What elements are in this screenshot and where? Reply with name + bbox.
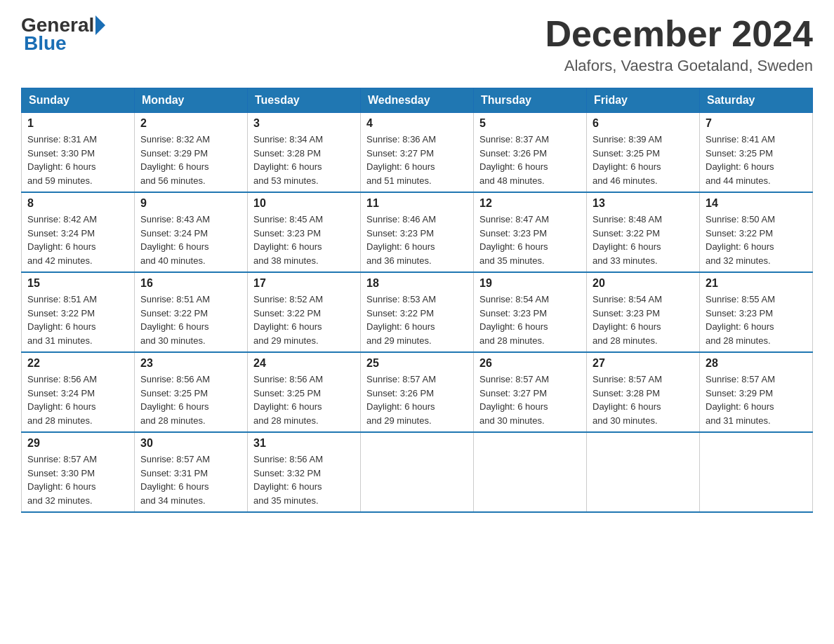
calendar-week-row: 8Sunrise: 8:42 AM Sunset: 3:24 PM Daylig…	[22, 192, 813, 272]
calendar-week-row: 15Sunrise: 8:51 AM Sunset: 3:22 PM Dayli…	[22, 272, 813, 352]
day-info: Sunrise: 8:31 AM Sunset: 3:30 PM Dayligh…	[27, 134, 97, 186]
weekday-header-tuesday: Tuesday	[248, 88, 361, 113]
day-number: 16	[140, 277, 241, 290]
day-number: 24	[253, 357, 355, 370]
calendar-cell: 13Sunrise: 8:48 AM Sunset: 3:22 PM Dayli…	[587, 192, 700, 272]
calendar-cell: 4Sunrise: 8:36 AM Sunset: 3:27 PM Daylig…	[361, 113, 474, 193]
day-number: 3	[253, 117, 355, 130]
day-number: 2	[140, 117, 241, 130]
day-number: 21	[706, 277, 807, 290]
day-info: Sunrise: 8:55 AM Sunset: 3:23 PM Dayligh…	[706, 294, 775, 346]
day-number: 22	[27, 357, 128, 370]
calendar-cell	[587, 432, 700, 512]
day-number: 6	[593, 117, 694, 130]
day-info: Sunrise: 8:45 AM Sunset: 3:23 PM Dayligh…	[253, 214, 323, 266]
day-info: Sunrise: 8:57 AM Sunset: 3:31 PM Dayligh…	[140, 454, 210, 506]
logo: General Blue	[21, 14, 107, 55]
calendar-cell: 5Sunrise: 8:37 AM Sunset: 3:26 PM Daylig…	[474, 113, 587, 193]
calendar-cell: 9Sunrise: 8:43 AM Sunset: 3:24 PM Daylig…	[135, 192, 248, 272]
day-number: 31	[253, 437, 355, 450]
day-number: 7	[706, 117, 807, 130]
day-number: 23	[140, 357, 241, 370]
calendar-cell: 12Sunrise: 8:47 AM Sunset: 3:23 PM Dayli…	[474, 192, 587, 272]
day-info: Sunrise: 8:41 AM Sunset: 3:25 PM Dayligh…	[706, 134, 775, 186]
day-info: Sunrise: 8:50 AM Sunset: 3:22 PM Dayligh…	[706, 214, 775, 266]
weekday-header-monday: Monday	[135, 88, 248, 113]
day-number: 8	[27, 197, 128, 210]
calendar-week-row: 1Sunrise: 8:31 AM Sunset: 3:30 PM Daylig…	[22, 113, 813, 193]
day-info: Sunrise: 8:57 AM Sunset: 3:28 PM Dayligh…	[593, 374, 662, 426]
day-info: Sunrise: 8:56 AM Sunset: 3:24 PM Dayligh…	[27, 374, 97, 426]
day-number: 29	[27, 437, 128, 450]
day-info: Sunrise: 8:47 AM Sunset: 3:23 PM Dayligh…	[479, 214, 549, 266]
day-number: 28	[706, 357, 807, 370]
day-number: 10	[253, 197, 355, 210]
day-info: Sunrise: 8:53 AM Sunset: 3:22 PM Dayligh…	[366, 294, 436, 346]
day-info: Sunrise: 8:46 AM Sunset: 3:23 PM Dayligh…	[366, 214, 436, 266]
calendar-cell: 14Sunrise: 8:50 AM Sunset: 3:22 PM Dayli…	[700, 192, 813, 272]
day-info: Sunrise: 8:39 AM Sunset: 3:25 PM Dayligh…	[593, 134, 662, 186]
day-info: Sunrise: 8:54 AM Sunset: 3:23 PM Dayligh…	[593, 294, 662, 346]
weekday-header-saturday: Saturday	[700, 88, 813, 113]
calendar-cell: 23Sunrise: 8:56 AM Sunset: 3:25 PM Dayli…	[135, 352, 248, 432]
day-info: Sunrise: 8:42 AM Sunset: 3:24 PM Dayligh…	[27, 214, 97, 266]
day-number: 18	[366, 277, 468, 290]
day-number: 4	[366, 117, 468, 130]
calendar-cell: 24Sunrise: 8:56 AM Sunset: 3:25 PM Dayli…	[248, 352, 361, 432]
calendar-cell: 20Sunrise: 8:54 AM Sunset: 3:23 PM Dayli…	[587, 272, 700, 352]
calendar-cell: 6Sunrise: 8:39 AM Sunset: 3:25 PM Daylig…	[587, 113, 700, 193]
calendar-cell: 25Sunrise: 8:57 AM Sunset: 3:26 PM Dayli…	[361, 352, 474, 432]
day-number: 26	[479, 357, 581, 370]
calendar-cell: 7Sunrise: 8:41 AM Sunset: 3:25 PM Daylig…	[700, 113, 813, 193]
calendar-week-row: 29Sunrise: 8:57 AM Sunset: 3:30 PM Dayli…	[22, 432, 813, 512]
calendar-cell: 15Sunrise: 8:51 AM Sunset: 3:22 PM Dayli…	[22, 272, 135, 352]
day-info: Sunrise: 8:43 AM Sunset: 3:24 PM Dayligh…	[140, 214, 210, 266]
day-number: 27	[593, 357, 694, 370]
calendar-cell	[474, 432, 587, 512]
calendar-cell	[361, 432, 474, 512]
day-info: Sunrise: 8:57 AM Sunset: 3:27 PM Dayligh…	[479, 374, 549, 426]
day-number: 30	[140, 437, 241, 450]
day-info: Sunrise: 8:32 AM Sunset: 3:29 PM Dayligh…	[140, 134, 210, 186]
calendar-cell: 31Sunrise: 8:56 AM Sunset: 3:32 PM Dayli…	[248, 432, 361, 512]
day-number: 5	[479, 117, 581, 130]
calendar-cell: 18Sunrise: 8:53 AM Sunset: 3:22 PM Dayli…	[361, 272, 474, 352]
day-number: 19	[479, 277, 581, 290]
day-info: Sunrise: 8:51 AM Sunset: 3:22 PM Dayligh…	[140, 294, 210, 346]
day-number: 12	[479, 197, 581, 210]
calendar-cell: 28Sunrise: 8:57 AM Sunset: 3:29 PM Dayli…	[700, 352, 813, 432]
calendar-cell: 11Sunrise: 8:46 AM Sunset: 3:23 PM Dayli…	[361, 192, 474, 272]
day-number: 11	[366, 197, 468, 210]
day-info: Sunrise: 8:57 AM Sunset: 3:30 PM Dayligh…	[27, 454, 97, 506]
day-number: 1	[27, 117, 128, 130]
calendar-cell: 16Sunrise: 8:51 AM Sunset: 3:22 PM Dayli…	[135, 272, 248, 352]
day-info: Sunrise: 8:37 AM Sunset: 3:26 PM Dayligh…	[479, 134, 549, 186]
calendar-week-row: 22Sunrise: 8:56 AM Sunset: 3:24 PM Dayli…	[22, 352, 813, 432]
day-number: 20	[593, 277, 694, 290]
month-title: December 2024	[545, 14, 813, 54]
weekday-header-wednesday: Wednesday	[361, 88, 474, 113]
calendar-cell: 2Sunrise: 8:32 AM Sunset: 3:29 PM Daylig…	[135, 113, 248, 193]
calendar-cell: 27Sunrise: 8:57 AM Sunset: 3:28 PM Dayli…	[587, 352, 700, 432]
day-number: 17	[253, 277, 355, 290]
calendar-cell: 26Sunrise: 8:57 AM Sunset: 3:27 PM Dayli…	[474, 352, 587, 432]
calendar-cell: 8Sunrise: 8:42 AM Sunset: 3:24 PM Daylig…	[22, 192, 135, 272]
logo-blue-text: Blue	[24, 32, 67, 54]
day-info: Sunrise: 8:36 AM Sunset: 3:27 PM Dayligh…	[366, 134, 436, 186]
calendar-cell: 1Sunrise: 8:31 AM Sunset: 3:30 PM Daylig…	[22, 113, 135, 193]
calendar-cell: 3Sunrise: 8:34 AM Sunset: 3:28 PM Daylig…	[248, 113, 361, 193]
calendar-cell	[700, 432, 813, 512]
day-info: Sunrise: 8:48 AM Sunset: 3:22 PM Dayligh…	[593, 214, 662, 266]
day-info: Sunrise: 8:51 AM Sunset: 3:22 PM Dayligh…	[27, 294, 97, 346]
weekday-header-friday: Friday	[587, 88, 700, 113]
day-number: 13	[593, 197, 694, 210]
day-number: 25	[366, 357, 468, 370]
calendar-cell: 29Sunrise: 8:57 AM Sunset: 3:30 PM Dayli…	[22, 432, 135, 512]
day-info: Sunrise: 8:57 AM Sunset: 3:29 PM Dayligh…	[706, 374, 775, 426]
day-info: Sunrise: 8:54 AM Sunset: 3:23 PM Dayligh…	[479, 294, 549, 346]
day-number: 14	[706, 197, 807, 210]
day-info: Sunrise: 8:57 AM Sunset: 3:26 PM Dayligh…	[366, 374, 436, 426]
day-number: 15	[27, 277, 128, 290]
location-subtitle: Alafors, Vaestra Goetaland, Sweden	[545, 57, 813, 75]
day-info: Sunrise: 8:52 AM Sunset: 3:22 PM Dayligh…	[253, 294, 323, 346]
